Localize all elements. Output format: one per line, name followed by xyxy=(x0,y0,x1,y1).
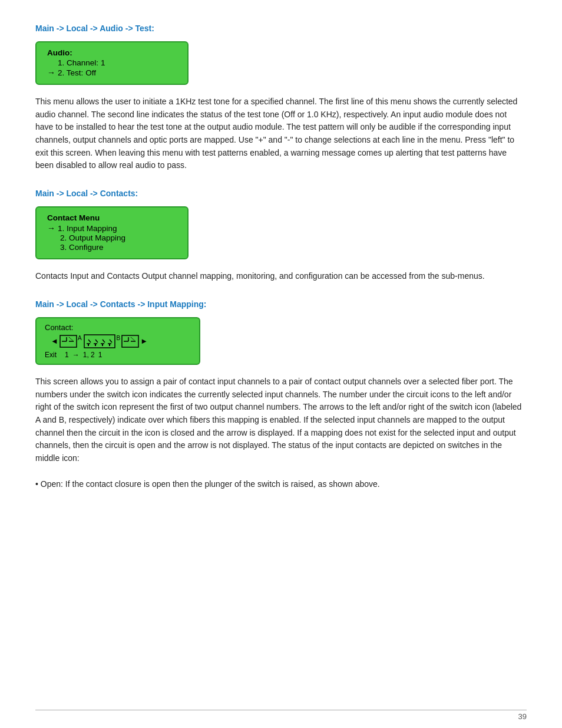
output-mapping-label: Output Mapping xyxy=(69,233,125,242)
menu-arrow-icon: → xyxy=(47,68,55,77)
contacts-heading: Main -> Local -> Contacts: xyxy=(35,189,527,198)
configure-label: Configure xyxy=(69,243,104,252)
contacts-input-heading: Main -> Local -> Contacts -> Input Mappi… xyxy=(35,299,527,309)
switch-svg xyxy=(84,334,115,348)
test-label: 2. Test: xyxy=(58,68,83,77)
right-circuit-svg xyxy=(121,335,139,348)
left-arrow-icon: ◄ xyxy=(51,337,58,345)
audio-test-item: → 2. Test: Off xyxy=(47,68,177,77)
contact-output-mapping-item: 2. Output Mapping xyxy=(47,233,177,242)
contact-input-mapping-item: → 1. Input Mapping xyxy=(47,223,177,233)
audio-menu-box: Audio: 1. Channel: 1 → 2. Test: Off xyxy=(35,41,189,85)
input-mapping-num: 1. xyxy=(58,224,67,233)
channel-label: 1. Channel: xyxy=(58,58,98,67)
contact-menu-box: Contact Menu → 1. Input Mapping 2. Outpu… xyxy=(35,206,189,259)
fiber-a-label: A xyxy=(78,335,82,341)
audio-test-heading: Main -> Local -> Audio -> Test: xyxy=(35,24,527,33)
contacts-description: Contacts Input and Contacts Output chann… xyxy=(35,270,527,283)
bottom-num2: 1 xyxy=(98,351,103,359)
output-mapping-num: 2. xyxy=(60,233,69,242)
page-number: 39 xyxy=(518,712,527,721)
input-mapping-description: This screen allows you to assign a pair … xyxy=(35,375,527,465)
channel-value: 1 xyxy=(101,58,105,67)
audio-menu-title: Audio: xyxy=(47,48,177,57)
contact-input-diagram: Contact: ◄ xyxy=(35,317,200,365)
right-arrow-icon: ► xyxy=(140,337,148,345)
fiber-b-label: B xyxy=(117,335,121,341)
bullet-open: • Open: If the contact closure is open t… xyxy=(35,478,527,491)
test-value: Off xyxy=(85,68,96,77)
configure-num: 3. xyxy=(60,243,69,252)
audio-test-description: This menu allows the user to initiate a … xyxy=(35,95,527,172)
exit-label: Exit xyxy=(45,351,57,359)
bottom-channels: 1, 2 xyxy=(83,351,95,359)
contact-configure-item: 3. Configure xyxy=(47,243,177,252)
contact-diagram-label: Contact: xyxy=(45,323,73,332)
input-mapping-label: Input Mapping xyxy=(67,224,117,233)
bottom-num1: 1 xyxy=(65,351,69,359)
audio-channel-item: 1. Channel: 1 xyxy=(47,58,177,67)
left-circuit-svg xyxy=(59,335,77,348)
contact-menu-title: Contact Menu xyxy=(47,213,177,222)
contact-menu-arrow-icon: → xyxy=(47,223,55,233)
footer-divider xyxy=(35,710,527,710)
diagram-bottom-labels: Exit 1 → 1, 2 1 xyxy=(45,351,191,359)
bottom-arrow: → xyxy=(72,351,80,359)
